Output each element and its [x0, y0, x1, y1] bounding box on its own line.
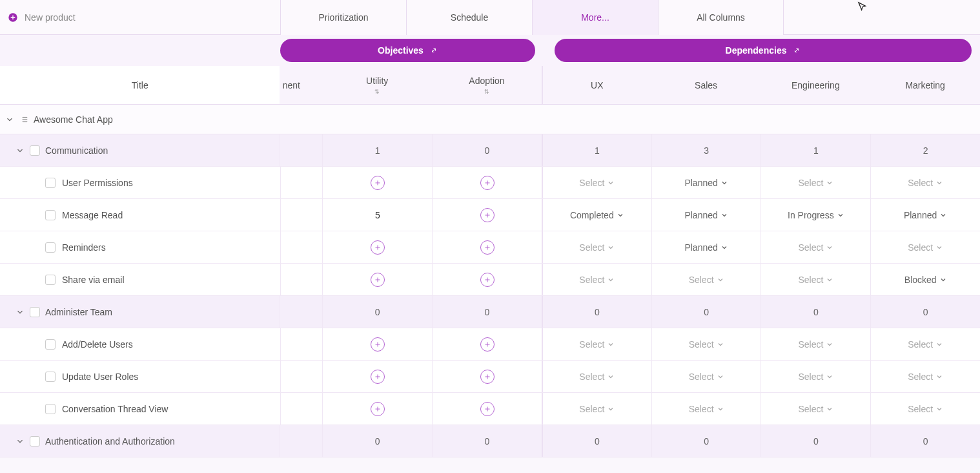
add-value-button[interactable] — [371, 240, 385, 255]
item-row[interactable]: Update User Roles Select Select Select S… — [0, 361, 980, 393]
add-value-button[interactable] — [480, 337, 495, 352]
tab-all-columns[interactable]: All Columns — [658, 0, 784, 35]
objective-cell — [432, 199, 542, 231]
item-checkbox[interactable] — [45, 275, 56, 285]
tab-prioritization[interactable]: Prioritization — [280, 0, 406, 35]
chevron-down-icon[interactable] — [15, 437, 25, 446]
chevron-down-icon — [720, 244, 728, 251]
status-select[interactable]: Select — [908, 178, 943, 188]
item-row[interactable]: Message Read 5 Completed Planned In Prog… — [0, 199, 980, 231]
status-select[interactable]: Select — [798, 372, 833, 382]
summary-cell: 1 — [761, 134, 870, 166]
column-utility[interactable]: Utility ⇅ — [322, 66, 432, 104]
item-checkbox[interactable] — [45, 178, 56, 188]
column-adoption[interactable]: Adoption ⇅ — [432, 66, 542, 104]
item-checkbox[interactable] — [45, 404, 56, 414]
summary-cell: 0 — [870, 296, 980, 328]
new-product-button[interactable]: New product — [0, 12, 280, 23]
add-value-button[interactable] — [371, 402, 385, 416]
item-checkbox[interactable] — [45, 210, 56, 220]
add-value-button[interactable] — [371, 176, 385, 190]
status-select[interactable]: In Progress — [788, 210, 844, 220]
item-checkbox[interactable] — [45, 372, 56, 382]
column-marketing[interactable]: Marketing — [870, 66, 980, 104]
add-value-button[interactable] — [371, 273, 385, 287]
column-engineering[interactable]: Engineering — [761, 66, 870, 104]
status-select[interactable]: Select — [798, 339, 833, 350]
add-value-button[interactable] — [480, 370, 495, 384]
group-checkbox[interactable] — [30, 307, 40, 317]
item-row[interactable]: Conversation Thread View Select Select S… — [0, 393, 980, 425]
column-partial[interactable]: nent — [280, 66, 322, 104]
chevron-down-icon — [826, 341, 833, 348]
group-row[interactable]: Communication 1 0 1 3 1 2 — [0, 134, 980, 167]
item-checkbox[interactable] — [45, 339, 56, 350]
status-select[interactable]: Select — [579, 372, 615, 382]
status-select[interactable]: Select — [908, 339, 943, 350]
item-row[interactable]: Share via email Select Select Select Blo… — [0, 264, 980, 296]
chevron-down-icon — [607, 405, 615, 413]
objective-cell — [322, 167, 432, 198]
add-value-button[interactable] — [480, 208, 495, 222]
status-select[interactable]: Select — [579, 178, 615, 188]
dependency-cell: Select — [870, 361, 980, 392]
dependency-cell: Select — [870, 231, 980, 263]
item-name: User Permissions — [62, 178, 133, 188]
status-select[interactable]: Select — [908, 404, 943, 414]
status-select[interactable]: Select — [579, 275, 615, 285]
status-select[interactable]: Completed — [570, 210, 624, 220]
status-select[interactable]: Select — [689, 372, 724, 382]
dependency-cell: Select — [870, 167, 980, 198]
add-value-button[interactable] — [480, 402, 495, 416]
product-row[interactable]: Awesome Chat App — [0, 105, 980, 134]
chevron-down-icon — [826, 244, 833, 251]
column-sales[interactable]: Sales — [651, 66, 761, 104]
chevron-down-icon[interactable] — [15, 146, 25, 155]
status-select[interactable]: Planned — [904, 210, 947, 220]
item-checkbox[interactable] — [45, 242, 56, 253]
add-value-button[interactable] — [480, 240, 495, 255]
status-select[interactable]: Blocked — [904, 275, 947, 285]
chevron-down-icon[interactable] — [15, 308, 25, 317]
objective-cell[interactable]: 5 — [322, 199, 432, 231]
objective-cell — [432, 264, 542, 295]
group-row[interactable]: Administer Team 0 0 0 0 0 0 — [0, 296, 980, 328]
status-select[interactable]: Select — [689, 339, 724, 350]
status-select[interactable]: Select — [798, 275, 833, 285]
item-row[interactable]: Reminders Select Planned Select Select — [0, 231, 980, 264]
add-value-button[interactable] — [480, 176, 495, 190]
dependency-cell: Select — [542, 167, 651, 198]
status-select[interactable]: Planned — [684, 178, 728, 188]
item-row[interactable]: Add/Delete Users Select Select Select Se… — [0, 328, 980, 361]
status-select[interactable]: Select — [689, 404, 724, 414]
tab-schedule[interactable]: Schedule — [406, 0, 532, 35]
objectives-header[interactable]: Objectives — [280, 39, 535, 62]
chevron-down-icon[interactable] — [5, 115, 14, 124]
group-row[interactable]: Authentication and Authorization 0 0 0 0… — [0, 425, 980, 457]
dependency-cell: Blocked — [870, 264, 980, 295]
group-checkbox[interactable] — [30, 436, 40, 447]
status-select[interactable]: Select — [798, 242, 833, 253]
status-select[interactable]: Select — [579, 242, 615, 253]
objective-cell — [432, 393, 542, 425]
item-row[interactable]: User Permissions Select Planned Select S… — [0, 167, 980, 199]
status-select[interactable]: Select — [798, 178, 833, 188]
add-value-button[interactable] — [371, 370, 385, 384]
status-select[interactable]: Planned — [684, 242, 728, 253]
dependencies-header[interactable]: Dependencies — [555, 39, 972, 62]
status-select[interactable]: Select — [689, 275, 724, 285]
tab-more[interactable]: More... — [532, 0, 658, 35]
add-value-button[interactable] — [480, 273, 495, 287]
status-select[interactable]: Select — [579, 339, 615, 350]
summary-cell: 0 — [761, 425, 870, 457]
status-select[interactable]: Planned — [684, 210, 728, 220]
summary-cell: 0 — [542, 425, 651, 457]
group-checkbox[interactable] — [30, 145, 40, 156]
status-select[interactable]: Select — [908, 372, 943, 382]
status-select[interactable]: Select — [798, 404, 833, 414]
view-tabs: Prioritization Schedule More... All Colu… — [280, 0, 784, 35]
status-select[interactable]: Select — [908, 242, 943, 253]
status-select[interactable]: Select — [579, 404, 615, 414]
column-ux[interactable]: UX — [542, 66, 651, 104]
add-value-button[interactable] — [371, 337, 385, 352]
